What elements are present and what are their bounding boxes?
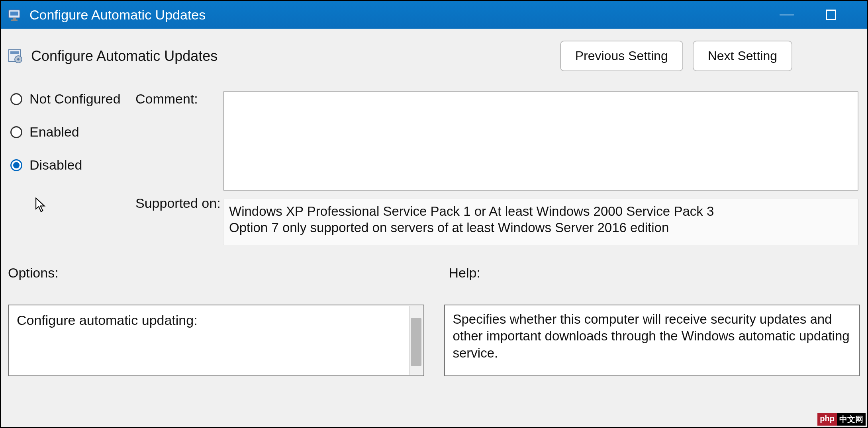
options-label: Options: bbox=[8, 265, 424, 281]
radio-icon bbox=[10, 126, 22, 138]
state-radios: Not Configured Enabled Disabled bbox=[8, 91, 135, 245]
comment-label: Comment: bbox=[135, 91, 223, 195]
field-values: Windows XP Professional Service Pack 1 o… bbox=[223, 91, 860, 245]
radio-label: Enabled bbox=[29, 124, 79, 140]
radio-label: Not Configured bbox=[29, 91, 121, 107]
svg-rect-1 bbox=[10, 12, 18, 16]
window-controls bbox=[780, 10, 860, 20]
supported-on-label: Supported on: bbox=[135, 195, 223, 211]
previous-setting-button[interactable]: Previous Setting bbox=[560, 41, 683, 71]
options-subheading: Configure automatic updating: bbox=[17, 313, 415, 328]
radio-enabled[interactable]: Enabled bbox=[10, 124, 135, 140]
field-labels: Comment: Supported on: bbox=[135, 91, 223, 245]
maximize-icon[interactable] bbox=[826, 10, 836, 20]
svg-rect-2 bbox=[13, 18, 16, 20]
watermark-left: php bbox=[817, 413, 837, 426]
radio-icon bbox=[10, 159, 22, 171]
lower-labels: Options: Help: bbox=[8, 265, 860, 281]
window-title: Configure Automatic Updates bbox=[29, 7, 780, 23]
watermark: php 中文网 bbox=[817, 413, 866, 426]
svg-rect-3 bbox=[11, 20, 18, 21]
help-label: Help: bbox=[444, 265, 860, 281]
help-panel: Specifies whether this computer will rec… bbox=[444, 305, 860, 376]
svg-rect-5 bbox=[10, 51, 19, 54]
nav-buttons: Previous Setting Next Setting bbox=[560, 41, 860, 71]
supported-on-box: Windows XP Professional Service Pack 1 o… bbox=[223, 199, 858, 245]
comment-input[interactable] bbox=[223, 91, 858, 191]
minimize-icon[interactable] bbox=[780, 14, 794, 16]
group-policy-icon bbox=[8, 8, 22, 22]
radio-label: Disabled bbox=[29, 157, 82, 173]
options-panel: Configure automatic updating: bbox=[8, 305, 424, 376]
radio-icon bbox=[10, 93, 22, 105]
supported-on-text: Windows XP Professional Service Pack 1 o… bbox=[229, 203, 852, 236]
titlebar: Configure Automatic Updates bbox=[1, 1, 867, 29]
svg-point-7 bbox=[17, 58, 20, 61]
next-setting-button[interactable]: Next Setting bbox=[693, 41, 792, 71]
policy-icon bbox=[8, 48, 24, 64]
scrollbar-thumb[interactable] bbox=[411, 318, 421, 366]
page-heading: Configure Automatic Updates bbox=[31, 48, 217, 64]
help-text: Specifies whether this computer will rec… bbox=[453, 311, 852, 362]
content-area: Configure Automatic Updates Previous Set… bbox=[1, 29, 867, 427]
header-row: Configure Automatic Updates Previous Set… bbox=[8, 41, 860, 71]
radio-disabled[interactable]: Disabled bbox=[10, 157, 135, 173]
options-scrollbar[interactable] bbox=[409, 306, 423, 375]
settings-grid: Not Configured Enabled Disabled Comment:… bbox=[8, 91, 860, 245]
watermark-right: 中文网 bbox=[837, 413, 866, 426]
radio-not-configured[interactable]: Not Configured bbox=[10, 91, 135, 107]
lower-panels: Configure automatic updating: Specifies … bbox=[8, 305, 860, 376]
